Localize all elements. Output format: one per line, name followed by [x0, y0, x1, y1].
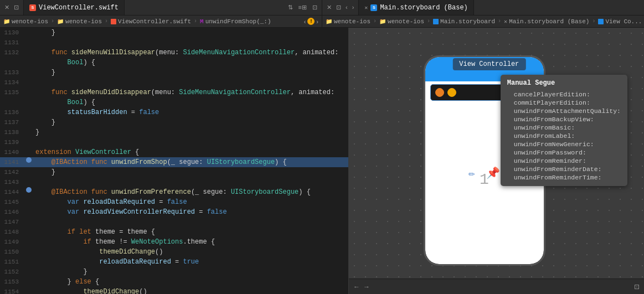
bc-wenote-1[interactable]: wenote-ios [12, 18, 48, 25]
sb-back-button[interactable]: ← [353, 283, 360, 291]
code-line-1134: 1134 [0, 78, 348, 87]
right-tab-controls: ✕ ⊡ ‹ › [322, 0, 359, 15]
swift-icon: S [29, 4, 36, 11]
code-line-1147: 1147 [0, 217, 348, 227]
bc-swift-file[interactable]: ViewController.swift [118, 18, 191, 25]
conn-dot-yellow[interactable] [447, 88, 456, 97]
segue-item-basic[interactable]: unwindFromBasic: [507, 123, 621, 132]
folder-icon-r2: 📁 [379, 18, 386, 25]
bc-nav-forward[interactable]: › [316, 18, 318, 25]
main-content: 1130 } 1131 1132 func sideMenuWillDisapp… [0, 28, 644, 294]
tab-extra-buttons: ⇅ ≡⊞ ⊡ [284, 0, 322, 15]
code-line-1137: 1137 } [0, 117, 348, 127]
breadcrumb-right: 📁 wenote-ios › 📁 wenote-ios › Main.story… [322, 16, 644, 27]
swift-file-icon [111, 19, 116, 24]
code-line-1132b: Bool) { [0, 58, 348, 68]
storyboard-tab-label: Main.storyboard (Base) [380, 4, 467, 12]
code-line-1140: 1140 extension ViewController { [0, 147, 348, 157]
nav-back-button[interactable]: ‹ [344, 4, 349, 11]
edit-icon: ✏️ [468, 166, 475, 180]
bc-method[interactable]: unwindFromShop(_:) [205, 18, 271, 25]
sb-zoom-fit-button[interactable]: ⊡ [634, 283, 640, 291]
sb-forward-button[interactable]: → [363, 283, 370, 291]
bc-r-storyboard-base[interactable]: Main.storyboard (Base) [509, 18, 589, 25]
segue-tooltip-title: Manual Segue [507, 79, 621, 87]
segue-item-cancel-player[interactable]: cancelPlayerEdition: [507, 90, 621, 99]
code-lines-container: 1130 } 1131 1132 func sideMenuWillDisapp… [0, 28, 348, 294]
view-controller-label: View Controller [452, 58, 525, 70]
code-line-1135b: Bool) { [0, 97, 348, 107]
phone-number-display: 1 [480, 171, 489, 188]
sb-toolbar-left: ← → [353, 283, 370, 291]
segue-item-backup-view[interactable]: unwindFromBackupView: [507, 115, 621, 123]
code-line-1153: 1153 } else { [0, 277, 348, 287]
breakpoint-1144[interactable] [26, 187, 32, 193]
bc-r-close-icon: ✕ [504, 18, 507, 25]
tab-main-storyboard[interactable]: ✕ S Main.storyboard (Base) [359, 0, 473, 15]
code-line-1133: 1133 } [0, 68, 348, 78]
segue-item-reminder-date[interactable]: unwindFromReminderDate: [507, 165, 621, 173]
code-line-1135: 1135 func sideMenuDidDisappear(menu: Sid… [0, 87, 348, 97]
segue-item-new-generic[interactable]: unwindFromNewGeneric: [507, 140, 621, 148]
split-button[interactable]: ⊡ [13, 4, 20, 11]
code-line-1149: 1149 if theme != WeNoteOptions.theme { [0, 237, 348, 247]
bc-r-wenote-2[interactable]: wenote-ios [388, 18, 424, 25]
warning-badge: ! [307, 18, 315, 25]
code-line-1150: 1150 themeDidChange() [0, 247, 348, 257]
segue-item-attachment-quality[interactable]: unwindFromAttachmentQuality: [507, 107, 621, 115]
tab-bar-left: ✕ ⊡ S ViewController.swift ⇅ ≡⊞ ⊡ [0, 0, 322, 15]
tab-bar: ✕ ⊡ S ViewController.swift ⇅ ≡⊞ ⊡ ✕ ⊡ ‹ … [0, 0, 644, 16]
breadcrumb-nav-left: ‹ ! › [304, 18, 318, 25]
tab-label: ViewController.swift [39, 4, 119, 12]
code-line-1151: 1151 reloadDataRequired = true [0, 257, 348, 267]
storyboard-icon-r2 [598, 19, 604, 24]
bc-r-wenote-1[interactable]: wenote-ios [334, 18, 370, 25]
breadcrumb-bar: 📁 wenote-ios › 📁 wenote-ios › ViewContro… [0, 16, 644, 28]
grid-button[interactable]: ≡⊞ [297, 4, 308, 11]
code-line-1152: 1152 } [0, 267, 348, 277]
segue-item-reminder-time[interactable]: unwindFromReminderTime: [507, 173, 621, 182]
code-line-1145: 1145 var reloadDataRequired = false [0, 197, 348, 207]
code-line-1132: 1132 func sideMenuWillDisappear(menu: Si… [0, 48, 348, 58]
close-tab-button[interactable]: ✕ [326, 4, 333, 11]
code-line-1148: 1148 if let theme = theme { [0, 227, 348, 237]
code-line-1141-highlighted: 1141 @IBAction func unwindFromShop(_ seg… [0, 157, 348, 167]
segue-item-commit-player[interactable]: commitPlayerEdition: [507, 99, 621, 107]
storyboard-toolbar: ← → ⊡ [349, 278, 644, 294]
segue-item-label[interactable]: unwindFromLabel: [507, 132, 621, 140]
conn-dot-orange[interactable] [435, 88, 444, 97]
nav-forward-button[interactable]: › [351, 4, 356, 11]
code-line-1144: 1144 @IBAction func unwindFromPreference… [0, 187, 348, 197]
expand-button[interactable]: ⊡ [335, 4, 342, 11]
segue-tooltip[interactable]: Manual Segue cancelPlayerEdition: commit… [501, 75, 627, 186]
breadcrumb-left-items: 📁 wenote-ios › 📁 wenote-ios › ViewContro… [3, 18, 271, 25]
code-line-1154: 1154 themeDidChange() [0, 287, 348, 294]
segue-item-reminder[interactable]: unwindFromReminder: [507, 157, 621, 165]
back-button[interactable]: ✕ [3, 4, 11, 11]
breadcrumb-right-items: 📁 wenote-ios › 📁 wenote-ios › Main.story… [326, 18, 642, 25]
storyboard-icon: S [370, 4, 377, 11]
code-line-1143: 1143 [0, 177, 348, 187]
storyboard-icon-r [433, 19, 439, 24]
bc-r-storyboard[interactable]: Main.storyboard [440, 18, 495, 25]
minimap-button[interactable]: ⊡ [311, 4, 318, 11]
breadcrumb-left: 📁 wenote-ios › 📁 wenote-ios › ViewContro… [0, 16, 322, 27]
storyboard-tab-close[interactable]: ✕ [364, 4, 368, 11]
folder-icon-r1: 📁 [326, 18, 332, 25]
split-editor-button[interactable]: ⇅ [287, 4, 294, 11]
tab-viewcontroller-swift[interactable]: S ViewController.swift [24, 0, 125, 15]
bc-wenote-2[interactable]: wenote-ios [65, 18, 102, 25]
bc-nav-back[interactable]: ‹ [304, 18, 306, 25]
bc-r-viewco[interactable]: View Co... [605, 18, 642, 25]
bc-m-icon: M [200, 18, 204, 25]
segue-item-password[interactable]: unwindFromPassword: [507, 148, 621, 157]
code-line-1142: 1142 } [0, 167, 348, 177]
breakpoint-1141[interactable] [26, 157, 32, 163]
code-line-1138: 1138 } [0, 127, 348, 137]
code-line-1130: 1130 } [0, 28, 348, 38]
code-editor: 1130 } 1131 1132 func sideMenuWillDisapp… [0, 28, 349, 294]
code-line-1136: 1136 statusBarHidden = false [0, 107, 348, 117]
sb-toolbar-right: ⊡ [634, 283, 640, 291]
storyboard-panel[interactable]: View Controller 1 ✏️ 📌 [349, 28, 644, 294]
folder-icon-1: 📁 [3, 18, 10, 25]
